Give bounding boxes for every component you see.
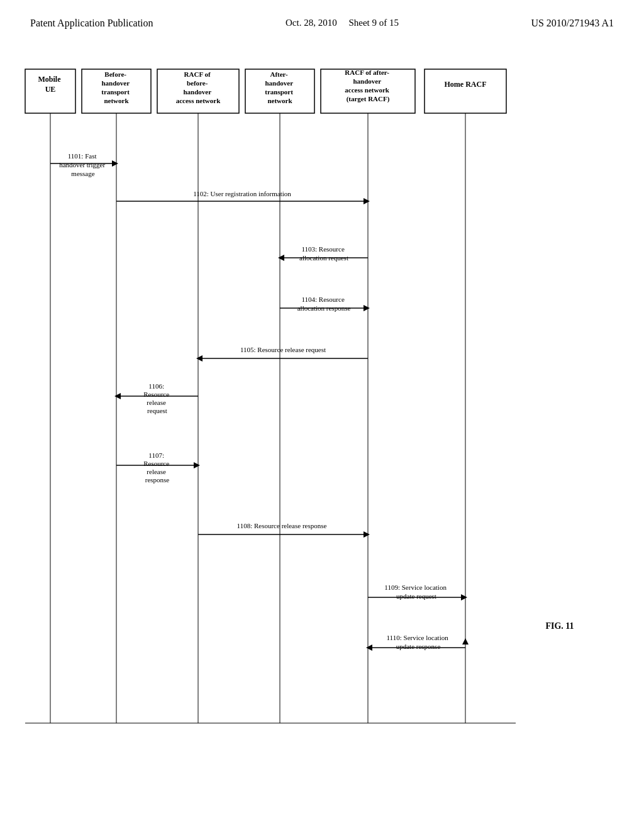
svg-marker-48 — [462, 638, 469, 645]
svg-text:1108: Resource release respons: 1108: Resource release response — [237, 522, 327, 529]
svg-text:1107:
    Resource
    release: 1107: Resource release response — [143, 451, 171, 484]
svg-text:1102: User registration inform: 1102: User registration information — [193, 190, 291, 197]
svg-marker-38 — [194, 462, 200, 468]
svg-text:1104: Resource
    allocation : 1104: Resource allocation response — [297, 296, 351, 312]
header-date: Oct. 28, 2010 — [286, 18, 337, 28]
header-right: US 2010/271943 A1 — [531, 18, 614, 29]
figure-label: FIG. 11 — [545, 621, 574, 631]
header-center: Oct. 28, 2010 Sheet 9 of 15 — [286, 18, 399, 28]
svg-text:1101: Fast
    handover trigge: 1101: Fast handover trigger message — [59, 152, 107, 177]
svg-marker-23 — [364, 198, 370, 204]
svg-text:1105: Resource release request: 1105: Resource release request — [240, 346, 326, 353]
header-sheet: Sheet 9 of 15 — [348, 18, 399, 28]
svg-marker-32 — [196, 355, 203, 362]
svg-marker-26 — [278, 255, 284, 261]
header-left: Patent Application Publication — [30, 18, 153, 29]
svg-text:1106:
    Resource
    release: 1106: Resource release request — [143, 382, 171, 414]
svg-marker-35 — [114, 393, 121, 399]
svg-text:1103: Resource
    allocation : 1103: Resource allocation request — [299, 245, 348, 262]
sequence-diagram: Mobile UE Before- handover transport net… — [19, 63, 623, 786]
svg-marker-41 — [364, 531, 370, 538]
svg-marker-29 — [364, 305, 370, 311]
page-header: Patent Application Publication Oct. 28, … — [0, 0, 644, 29]
svg-marker-20 — [112, 160, 118, 167]
svg-rect-10 — [425, 69, 506, 113]
svg-text:Home RACF: Home RACF — [445, 80, 487, 89]
svg-marker-47 — [366, 645, 372, 651]
svg-text:RACF of after-
    handover
  : RACF of after- handover access network (… — [345, 69, 391, 103]
svg-marker-44 — [461, 594, 467, 600]
